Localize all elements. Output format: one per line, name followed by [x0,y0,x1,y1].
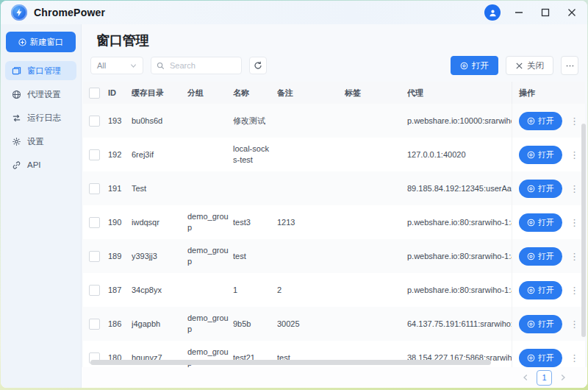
table-row: 191 Test 89.185.84.192:12345:userAazd312… [83,171,585,205]
row-open-button[interactable]: 打开 [519,180,562,198]
browser-circle-icon [527,219,535,227]
row-menu-button[interactable]: ⋮ [570,286,579,295]
browser-circle-icon [460,62,468,70]
sidebar-item-label: API [27,160,41,169]
user-avatar[interactable] [484,4,501,21]
row-cache-dir: bu0hs6d [132,116,187,125]
column-header-0: ID [108,88,132,97]
sidebar-item-0[interactable]: 窗口管理 [5,61,76,80]
row-checkbox[interactable] [89,285,100,296]
row-open-button[interactable]: 打开 [519,213,562,232]
more-actions-button[interactable] [561,56,578,75]
row-checkbox[interactable] [89,183,100,194]
row-proxy: p.webshare.io:10000:srarwiho-1:aton [407,116,512,125]
column-header-6: 代理 [407,88,512,99]
row-menu-button[interactable]: ⋮ [570,184,579,194]
refresh-button[interactable] [249,57,267,74]
minimize-button[interactable] [511,4,527,21]
prev-page-button[interactable] [522,374,529,381]
sidebar-item-label: 窗口管理 [27,65,61,77]
filter-select[interactable]: All [90,57,143,74]
table-row: 186 j4gapbh demo_group 9b5b 30025 64.137… [83,307,585,341]
open-selected-button[interactable]: 打开 [451,56,498,75]
close-button[interactable] [564,4,580,21]
row-menu-button[interactable]: ⋮ [570,150,579,160]
row-cache-dir: y393jj3 [132,252,187,260]
row-id: 192 [108,150,132,159]
browser-circle-icon [527,286,535,294]
browser-circle-icon [527,320,535,328]
row-checkbox[interactable] [89,217,100,228]
app-window: ChromePower 新建窗口 窗口管理代理设置运行日志设置API [1,1,587,388]
table-row: 190 iwdqsqr demo_group test3 1213 p.webs… [83,205,585,239]
column-header-7: 操作 [512,82,585,104]
row-checkbox[interactable] [89,251,100,262]
table-row: 192 6rej3if local-socks-test 127.0.0.1:4… [83,138,585,171]
column-header-4: 备注 [277,88,345,99]
row-open-button[interactable]: 打开 [519,281,562,299]
chevron-right-icon [559,374,567,381]
row-menu-button[interactable]: ⋮ [570,252,579,261]
row-checkbox[interactable] [89,319,100,330]
row-open-button[interactable]: 打开 [519,112,562,130]
toolbar: All 打开 关闭 [82,56,587,82]
row-id: 187 [108,286,132,294]
refresh-icon [254,61,262,70]
globe-icon [12,90,21,99]
vertical-scrollbar[interactable] [581,124,586,337]
row-name: test3 [233,217,277,228]
row-open-button[interactable]: 打开 [519,247,562,266]
browser-circle-icon [527,252,535,260]
row-id: 189 [108,252,132,260]
chevron-left-icon [522,374,529,381]
row-proxy: p.webshare.io:80:srarwiho-1:atonupx [407,218,512,227]
close-selected-button[interactable]: 关闭 [506,56,553,75]
row-cache-dir: j4gapbh [132,319,187,328]
row-open-button[interactable]: 打开 [519,146,562,164]
row-cache-dir: 6rej3if [132,150,187,159]
browser-circle-icon [527,354,535,362]
row-menu-button[interactable]: ⋮ [570,116,579,126]
select-all-checkbox[interactable] [89,88,100,99]
sidebar-item-label: 运行日志 [27,113,61,124]
titlebar: ChromePower [1,1,587,24]
row-checkbox[interactable] [89,149,100,160]
row-menu-button[interactable]: ⋮ [570,218,579,227]
row-group: demo_group [187,211,233,233]
desktop-background: ChromePower 新建窗口 窗口管理代理设置运行日志设置API [0,0,588,390]
row-open-button[interactable]: 打开 [519,315,562,333]
row-checkbox[interactable] [89,116,100,127]
sidebar-item-1[interactable]: 代理设置 [5,85,76,104]
sidebar-item-4[interactable]: API [5,155,76,174]
sidebar-item-3[interactable]: 设置 [5,132,76,151]
row-remark: 2 [277,286,345,294]
pagination: 1 [82,367,587,388]
next-page-button[interactable] [559,374,567,381]
window-table: ID缓存目录分组名称备注标签代理操作 193 bu0hs6d 修改测试 p.we… [83,82,585,367]
new-window-button[interactable]: 新建窗口 [6,32,76,52]
search-input[interactable] [168,60,236,71]
table-row: 187 34cp8yx 1 2 p.webshare.io:80:srarwih… [83,273,585,307]
horizontal-scrollbar[interactable] [90,360,491,365]
open-selected-label: 打开 [472,60,489,71]
row-menu-button[interactable]: ⋮ [570,353,579,363]
maximize-button[interactable] [537,4,553,21]
row-id: 186 [108,319,132,328]
table-row: 189 y393jj3 demo_group test p.webshare.i… [83,239,585,273]
gear-icon [12,137,21,146]
sidebar-item-2[interactable]: 运行日志 [5,108,76,127]
column-header-5: 标签 [345,88,407,99]
row-name: local-socks-test [233,143,277,166]
row-menu-button[interactable]: ⋮ [570,319,579,329]
row-group: demo_group [187,245,233,267]
new-window-label: 新建窗口 [30,37,64,48]
page-number-button[interactable]: 1 [537,370,552,386]
search-box [151,57,242,74]
row-open-button[interactable]: 打开 [519,349,562,367]
main-content: 窗口管理 All 打开 [82,24,587,388]
browser-circle-icon [527,185,535,193]
logs-icon [12,113,21,123]
window-icon [12,66,21,76]
table-body: 193 bu0hs6d 修改测试 p.webshare.io:10000:sra… [83,104,585,367]
row-remark: 1213 [277,218,345,227]
